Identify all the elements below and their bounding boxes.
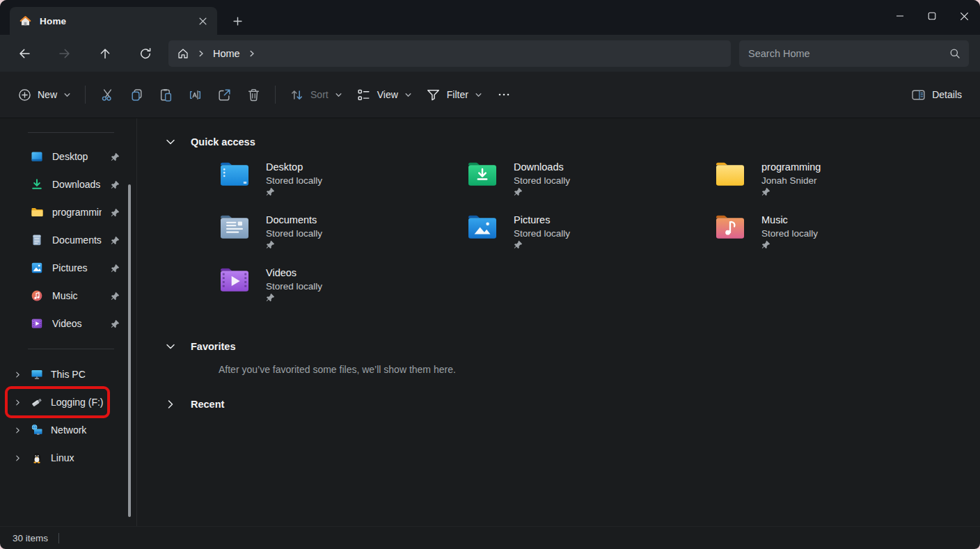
chevron-down-icon xyxy=(63,91,71,99)
pin-icon xyxy=(111,208,120,217)
rename-button[interactable] xyxy=(180,81,210,108)
navigation-bar: Home xyxy=(0,35,980,72)
tile-downloads[interactable]: Downloads Stored locally xyxy=(466,160,714,213)
tile-subtitle: Stored locally xyxy=(266,174,322,187)
tile-pictures[interactable]: Pictures Stored locally xyxy=(466,213,714,266)
minimize-button[interactable] xyxy=(884,0,916,32)
tile-programming[interactable]: programming Jonah Snider xyxy=(714,160,962,213)
filter-label: Filter xyxy=(447,89,468,100)
chevron-right-icon[interactable] xyxy=(8,454,26,462)
chevron-right-icon[interactable] xyxy=(197,49,205,58)
folder-pictures-icon xyxy=(466,214,498,241)
copy-button[interactable] xyxy=(122,81,151,108)
tab-home[interactable]: Home xyxy=(10,7,217,35)
pin-icon xyxy=(514,240,570,249)
folder-music-icon xyxy=(714,214,746,241)
sidebar-item-programming[interactable]: programming xyxy=(0,198,136,226)
chevron-right-icon[interactable] xyxy=(8,371,26,379)
tile-music[interactable]: Music Stored locally xyxy=(714,213,962,266)
folder-documents-icon xyxy=(219,214,251,241)
tab-close-icon[interactable] xyxy=(193,12,212,30)
documents-icon xyxy=(31,234,43,246)
maximize-button[interactable] xyxy=(916,0,948,32)
close-button[interactable] xyxy=(948,0,980,32)
recent-title: Recent xyxy=(191,399,224,410)
pin-icon xyxy=(761,240,818,249)
chevron-right-icon xyxy=(165,399,176,410)
new-button[interactable]: New xyxy=(11,81,78,108)
forward-button[interactable] xyxy=(50,41,79,66)
chevron-right-icon[interactable] xyxy=(248,49,256,58)
paste-button[interactable] xyxy=(151,81,180,108)
titlebar: Home xyxy=(0,0,980,35)
view-icon xyxy=(356,88,371,102)
details-button[interactable]: Details xyxy=(904,81,969,108)
tab-title: Home xyxy=(40,16,185,26)
view-button[interactable]: View xyxy=(349,81,419,108)
chevron-right-icon[interactable] xyxy=(8,399,26,406)
sidebar-item-network[interactable]: Network xyxy=(0,416,136,444)
more-options-button[interactable] xyxy=(489,81,519,108)
tile-subtitle: Stored locally xyxy=(514,227,570,240)
pin-icon xyxy=(266,240,322,249)
cut-button[interactable] xyxy=(93,81,122,108)
sidebar-item-desktop[interactable]: Desktop xyxy=(0,143,136,170)
delete-button[interactable] xyxy=(239,81,268,108)
tile-title: Documents xyxy=(266,213,322,227)
search-input[interactable] xyxy=(739,40,969,67)
sidebar-divider xyxy=(28,349,114,349)
chevron-down-icon xyxy=(165,341,176,352)
pin-icon xyxy=(111,152,120,161)
folder-downloads-icon xyxy=(466,161,498,189)
sidebar-item-pictures[interactable]: Pictures xyxy=(0,254,136,282)
pictures-icon xyxy=(31,262,43,274)
tile-subtitle: Jonah Snider xyxy=(761,174,821,187)
section-favorites[interactable]: Favorites xyxy=(165,338,980,355)
tile-title: Music xyxy=(761,213,818,227)
section-recent[interactable]: Recent xyxy=(165,396,980,413)
sidebar-scrollbar[interactable] xyxy=(128,184,131,517)
home-icon[interactable] xyxy=(177,47,189,60)
chevron-right-icon[interactable] xyxy=(8,427,26,434)
pin-icon xyxy=(266,187,322,196)
desktop-icon xyxy=(31,150,43,163)
tile-documents[interactable]: Documents Stored locally xyxy=(219,213,466,266)
folder-videos-icon xyxy=(219,266,251,294)
sidebar-item-label: Network xyxy=(51,424,86,436)
section-quick-access[interactable]: Quick access xyxy=(165,134,980,150)
sidebar-item-label: Pictures xyxy=(52,262,102,273)
share-button[interactable] xyxy=(210,81,239,108)
sort-label: Sort xyxy=(310,89,329,100)
tile-videos[interactable]: Videos Stored locally xyxy=(219,266,466,319)
pin-icon xyxy=(514,187,570,196)
home-tab-icon xyxy=(19,15,31,27)
pin-icon xyxy=(111,292,120,301)
up-button[interactable] xyxy=(90,41,120,66)
sidebar-item-music[interactable]: Music xyxy=(0,282,136,310)
new-tab-button[interactable] xyxy=(228,12,246,30)
sidebar-item-documents[interactable]: Documents xyxy=(0,226,136,254)
sidebar-item-label: This PC xyxy=(51,369,86,380)
folder-desktop-icon xyxy=(219,161,251,189)
tile-subtitle: Stored locally xyxy=(514,174,570,187)
breadcrumb[interactable]: Home xyxy=(168,40,731,67)
folder-plain-icon xyxy=(714,161,746,189)
tile-desktop[interactable]: Desktop Stored locally xyxy=(219,160,466,213)
breadcrumb-item-home[interactable]: Home xyxy=(213,48,240,59)
pin-icon xyxy=(111,236,120,245)
back-button[interactable] xyxy=(10,41,39,66)
sidebar-item-this-pc[interactable]: This PC xyxy=(0,360,136,388)
sidebar-item-downloads[interactable]: Downloads xyxy=(0,170,136,198)
sort-button[interactable]: Sort xyxy=(283,81,349,108)
tile-title: programming xyxy=(761,160,821,174)
sidebar-item-label: programming xyxy=(52,207,102,218)
sidebar-item-logging-f[interactable]: Logging (F:) xyxy=(0,388,136,416)
sidebar-item-label: Music xyxy=(52,290,102,301)
filter-button[interactable]: Filter xyxy=(419,81,489,108)
sidebar-item-linux[interactable]: Linux xyxy=(0,444,136,472)
refresh-button[interactable] xyxy=(131,41,160,66)
sidebar-divider xyxy=(28,132,114,133)
sidebar-item-videos[interactable]: Videos xyxy=(0,310,136,337)
details-pane-icon xyxy=(911,88,926,102)
pin-icon xyxy=(761,187,821,196)
